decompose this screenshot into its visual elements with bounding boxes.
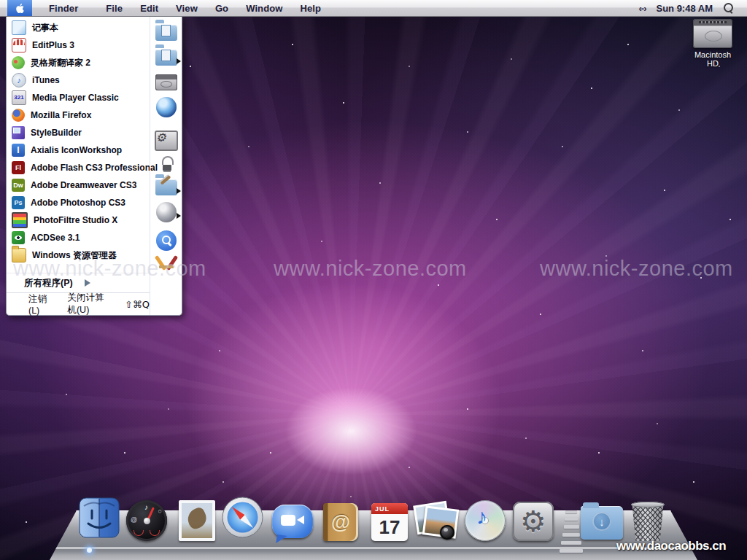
explorer-folder-icon [12, 248, 26, 262]
photofiltre-icon [12, 212, 28, 228]
stylebuilder-icon [12, 126, 25, 139]
apple-menu[interactable] [7, 0, 32, 16]
dock-system-preferences-icon[interactable]: ⚙ [512, 499, 554, 541]
dock-safari-icon[interactable] [221, 499, 263, 541]
dock-itunes-icon[interactable]: ♪ [464, 499, 506, 541]
menubar-clock[interactable]: Sun 9:48 AM [656, 3, 713, 14]
hd-label: Macintosh HD [689, 50, 737, 68]
start-menu-footer: 注销(L) 关闭计算机(U) ⇧⌘Q [7, 292, 150, 315]
desktop-screen: Finder File Edit View Go Window Help ‹-›… [0, 0, 747, 560]
dock-dashboard-icon[interactable]: ♪@○ [125, 499, 168, 541]
apple-logo-icon [15, 3, 25, 14]
dock: ♪@○ @ [0, 497, 747, 544]
menu-item-iconworkshop[interactable]: I Axialis IconWorkshop [7, 141, 150, 159]
applications-icon[interactable] [155, 254, 177, 274]
ical-day: 17 [371, 514, 408, 540]
dock-ichat-icon[interactable] [271, 499, 314, 541]
network-globe-icon[interactable] [154, 96, 179, 118]
log-off-button[interactable]: 注销(L) [28, 293, 47, 316]
editplus-icon [12, 38, 26, 52]
menu-item-dreamweaver-cs3[interactable]: Dw Adobe Dreamweaver CS3 [7, 176, 150, 194]
search-spotlight-icon[interactable] [156, 230, 177, 251]
menu-edit[interactable]: Edit [131, 3, 167, 14]
media-player-classic-icon: 321 [12, 90, 26, 105]
spotlight-icon[interactable] [723, 2, 734, 14]
start-menu-app-list: 记事本 EditPlus 3 灵格斯翻译家 2 ♪ iTunes 321 Med… [7, 16, 150, 315]
control-panel-icon[interactable]: ⚙ [154, 130, 179, 152]
lingoes-icon [12, 56, 25, 69]
itunes-small-icon: ♪ [12, 73, 26, 88]
dreamweaver-cs3-icon: Dw [12, 179, 25, 192]
shutdown-shortcut: ⇧⌘Q [125, 299, 150, 310]
menu-item-editplus[interactable]: EditPlus 3 [7, 36, 150, 54]
iconworkshop-icon: I [12, 144, 25, 157]
menu-item-notepad[interactable]: 记事本 [7, 19, 150, 36]
menu-file[interactable]: File [97, 3, 131, 14]
dock-iphoto-icon[interactable] [414, 499, 456, 541]
dock-trash-icon[interactable] [630, 499, 665, 541]
menu-item-acdsee[interactable]: ACDSee 3.1 [7, 229, 150, 246]
menubar: Finder File Edit View Go Window Help ‹-›… [0, 0, 747, 17]
notepad-icon [12, 20, 26, 35]
menu-view[interactable]: View [167, 3, 206, 14]
submenu-arrow-icon [85, 279, 90, 287]
menu-item-stylebuilder[interactable]: StyleBuilder [7, 124, 150, 141]
menu-help[interactable]: Help [291, 3, 330, 14]
start-menu: 记事本 EditPlus 3 灵格斯翻译家 2 ♪ iTunes 321 Med… [6, 16, 182, 316]
dock-address-book-icon[interactable]: @ [320, 499, 362, 541]
dock-ical-icon[interactable]: JUL 17 [368, 499, 411, 541]
photoshop-cs3-icon: Ps [12, 196, 25, 209]
recent-documents-folder-icon[interactable] [154, 47, 179, 69]
macintosh-hd-desktop-icon[interactable]: Macintosh HD [689, 19, 737, 68]
utilities-folder-icon[interactable] [154, 176, 179, 198]
menu-item-windows-explorer[interactable]: Windows 资源管理器 [7, 246, 150, 264]
ical-month: JUL [375, 505, 390, 513]
menu-item-media-player-classic[interactable]: 321 Media Player Classic [7, 89, 150, 106]
menu-go[interactable]: Go [206, 3, 237, 14]
input-source-icon[interactable]: ‹-› [638, 3, 646, 14]
shut-down-button[interactable]: 关闭计算机(U) [67, 292, 104, 316]
menu-item-lingoes[interactable]: 灵格斯翻译家 2 [7, 54, 150, 71]
menubar-status: ‹-› Sun 9:48 AM [638, 2, 747, 14]
menu-item-itunes[interactable]: ♪ iTunes [7, 71, 150, 89]
finder-running-indicator [87, 548, 92, 553]
dock-downloads-folder-icon[interactable]: ↓ [581, 499, 623, 541]
dock-mail-icon[interactable] [176, 499, 218, 541]
flash-cs3-icon: Fl [12, 161, 25, 174]
menu-finder[interactable]: Finder [40, 3, 97, 14]
program-access-claw-icon[interactable] [157, 155, 176, 174]
firefox-icon [12, 109, 25, 122]
all-programs-item[interactable]: 所有程序(P) [7, 273, 150, 292]
download-arrow-badge: ↓ [592, 512, 611, 531]
computer-drive-icon[interactable] [154, 71, 179, 93]
hard-drive-icon [693, 19, 732, 48]
internet-globe-icon[interactable] [154, 201, 179, 223]
dock-finder-icon[interactable] [78, 499, 120, 541]
menu-item-photoshop-cs3[interactable]: Ps Adobe Photoshop CS3 [7, 194, 150, 211]
menu-window[interactable]: Window [237, 3, 291, 14]
menu-item-photofiltre[interactable]: PhotoFiltre Studio X [7, 211, 150, 229]
start-menu-places: ⚙ [150, 16, 182, 315]
menubar-items: Finder File Edit View Go Window Help [40, 3, 330, 14]
documents-folder-icon[interactable] [154, 22, 179, 44]
acdsee-icon [12, 231, 25, 244]
menu-item-firefox[interactable]: Mozilla Firefox [7, 106, 150, 124]
menu-item-flash-cs3[interactable]: Fl Adobe Flash CS3 Professional [7, 159, 150, 176]
